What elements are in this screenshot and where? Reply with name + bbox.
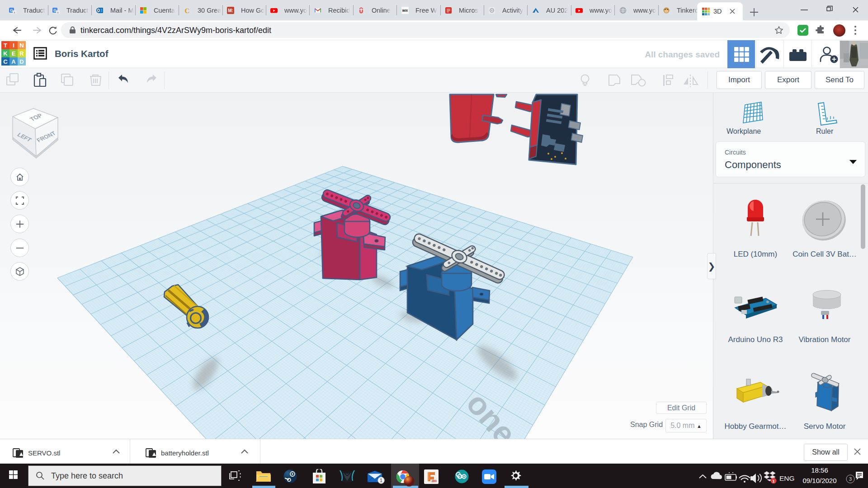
svg-text:WIX: WIX	[402, 9, 408, 12]
svg-text:ENG: ENG	[779, 474, 795, 482]
svg-text:M:: M:	[228, 8, 233, 13]
svg-text:x: x	[14, 10, 15, 14]
svg-text:3: 3	[849, 476, 852, 482]
svg-text:x: x	[57, 10, 59, 14]
svg-text:1: 1	[772, 479, 774, 483]
svg-text:360: 360	[431, 479, 437, 483]
svg-text:C: C	[185, 7, 190, 14]
svg-text:1: 1	[380, 478, 382, 483]
